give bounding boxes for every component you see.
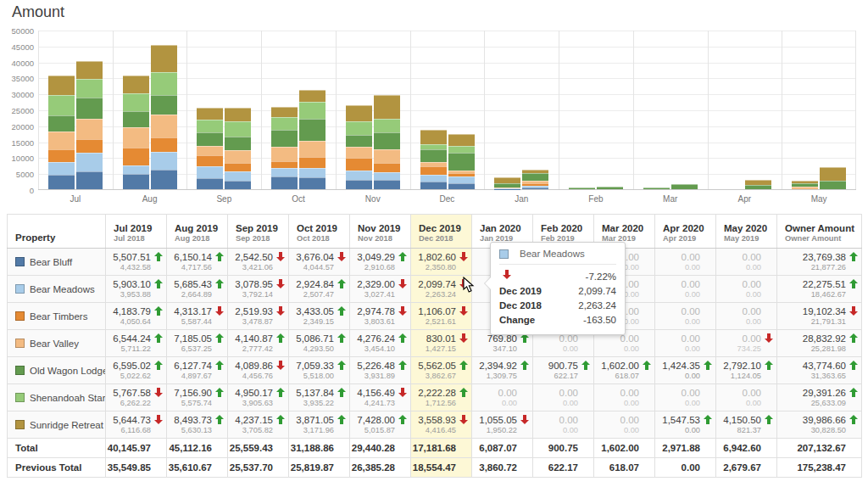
amount-cell[interactable]: 1,547.530.00 bbox=[655, 411, 716, 439]
bar-segment[interactable] bbox=[745, 185, 771, 189]
amount-cell[interactable]: 0.000.00 bbox=[716, 303, 777, 330]
bar-segment[interactable] bbox=[299, 177, 326, 189]
bar-segment[interactable] bbox=[374, 180, 400, 189]
amount-cell[interactable]: 2,329.003,027.41 bbox=[350, 276, 411, 303]
bar-segment[interactable] bbox=[225, 137, 251, 149]
amount-cell[interactable]: 7,059.335,518.00 bbox=[289, 357, 350, 384]
bar-segment[interactable] bbox=[420, 149, 447, 162]
bar-segment[interactable] bbox=[271, 117, 298, 130]
stacked-bar-previous[interactable] bbox=[792, 181, 818, 189]
stacked-bar-current[interactable] bbox=[225, 108, 251, 189]
property-cell[interactable]: Bear Valley bbox=[8, 330, 106, 357]
bar-segment[interactable] bbox=[48, 95, 75, 115]
bar-segment[interactable] bbox=[643, 188, 670, 189]
property-cell[interactable]: Shenandoah Stars bbox=[8, 384, 106, 411]
bar-segment[interactable] bbox=[76, 119, 103, 140]
bar-segment[interactable] bbox=[151, 170, 177, 189]
bar-segment[interactable] bbox=[76, 139, 103, 153]
bar-segment[interactable] bbox=[197, 108, 223, 120]
bar-segment[interactable] bbox=[346, 105, 372, 121]
bar-segment[interactable] bbox=[299, 90, 326, 103]
bar-segment[interactable] bbox=[76, 171, 103, 189]
amount-cell[interactable]: 0.000.00 bbox=[716, 249, 777, 276]
amount-cell[interactable]: 1,106.072,521.61 bbox=[411, 303, 472, 330]
bar-segment[interactable] bbox=[197, 146, 223, 154]
amount-cell[interactable]: 0.000.00 bbox=[655, 276, 716, 303]
bar-segment[interactable] bbox=[671, 184, 698, 189]
amount-cell[interactable]: 4,140.872,777.42 bbox=[228, 330, 289, 357]
bar-segment[interactable] bbox=[151, 152, 177, 170]
amount-cell[interactable]: 0.000.00 bbox=[716, 276, 777, 303]
stacked-bar-current[interactable] bbox=[820, 167, 846, 189]
bar-segment[interactable] bbox=[197, 155, 223, 166]
amount-cell[interactable]: 2,792.101,124.05 bbox=[716, 357, 777, 384]
bar-segment[interactable] bbox=[346, 121, 372, 135]
stacked-bar-previous[interactable] bbox=[123, 76, 149, 189]
bar-segment[interactable] bbox=[197, 132, 223, 147]
bar-segment[interactable] bbox=[271, 147, 298, 160]
amount-cell[interactable]: 6,544.245,711.22 bbox=[106, 330, 167, 357]
bar-segment[interactable] bbox=[522, 173, 548, 181]
bar-segment[interactable] bbox=[76, 79, 103, 98]
stacked-bar-current[interactable] bbox=[522, 170, 548, 189]
stacked-bar-previous[interactable] bbox=[420, 130, 447, 189]
amount-cell[interactable]: 2,519.933,478.87 bbox=[228, 303, 289, 330]
property-cell[interactable]: Bear Bluff bbox=[8, 249, 106, 276]
amount-cell[interactable]: 1,602.00618.07 bbox=[594, 357, 655, 384]
bar-segment[interactable] bbox=[346, 180, 372, 189]
amount-cell[interactable]: 0.000.00 bbox=[594, 384, 655, 411]
bar-segment[interactable] bbox=[197, 178, 223, 189]
bar-segment[interactable] bbox=[197, 120, 223, 132]
bar-segment[interactable] bbox=[597, 187, 623, 189]
bar-segment[interactable] bbox=[123, 148, 149, 165]
amount-cell[interactable]: 5,086.714,293.50 bbox=[289, 330, 350, 357]
amount-cell[interactable]: 6,150.144,717.56 bbox=[167, 249, 228, 276]
amount-cell[interactable]: 5,226.483,931.89 bbox=[350, 357, 411, 384]
bar-segment[interactable] bbox=[123, 111, 149, 126]
property-cell[interactable]: Old Wagon Lodge bbox=[8, 357, 106, 384]
bar-segment[interactable] bbox=[448, 153, 475, 171]
bar-segment[interactable] bbox=[448, 183, 475, 189]
property-cell[interactable]: Bear Timbers bbox=[8, 303, 106, 330]
amount-cell[interactable]: 6,595.025,022.62 bbox=[106, 357, 167, 384]
bar-segment[interactable] bbox=[346, 171, 372, 180]
bar-segment[interactable] bbox=[522, 188, 548, 189]
amount-cell[interactable]: 4,276.243,454.10 bbox=[350, 330, 411, 357]
amount-cell[interactable]: 0.000.00 bbox=[655, 384, 716, 411]
bar-segment[interactable] bbox=[448, 134, 475, 145]
bar-segment[interactable] bbox=[374, 163, 400, 172]
bar-segment[interactable] bbox=[197, 166, 223, 178]
amount-cell[interactable]: 1,424.350.00 bbox=[655, 357, 716, 384]
amount-cell[interactable]: 4,089.864,456.76 bbox=[228, 357, 289, 384]
bar-segment[interactable] bbox=[48, 115, 75, 132]
amount-cell[interactable]: 0.00734.25 bbox=[716, 330, 777, 357]
bar-segment[interactable] bbox=[820, 167, 846, 181]
amount-cell[interactable]: 3,049.292,910.68 bbox=[350, 249, 411, 276]
amount-cell[interactable]: 29,391.2625,633.09 bbox=[777, 384, 862, 411]
amount-cell[interactable]: 2,542.503,421.06 bbox=[228, 249, 289, 276]
bar-segment[interactable] bbox=[271, 107, 298, 117]
amount-cell[interactable]: 0.000.00 bbox=[655, 330, 716, 357]
bar-segment[interactable] bbox=[448, 146, 475, 153]
bar-segment[interactable] bbox=[151, 137, 177, 151]
bar-segment[interactable] bbox=[420, 175, 447, 182]
stacked-bar-current[interactable] bbox=[745, 180, 771, 189]
bar-segment[interactable] bbox=[151, 115, 177, 137]
stacked-bar-current[interactable] bbox=[76, 61, 103, 189]
amount-cell[interactable]: 5,685.432,664.89 bbox=[167, 276, 228, 303]
amount-cell[interactable]: 3,558.934,416.45 bbox=[411, 411, 472, 439]
bar-segment[interactable] bbox=[76, 153, 103, 171]
bar-segment[interactable] bbox=[374, 132, 400, 149]
bar-segment[interactable] bbox=[271, 168, 298, 176]
stacked-bar-previous[interactable] bbox=[197, 108, 223, 189]
amount-cell[interactable]: 0.000.00 bbox=[594, 411, 655, 439]
property-cell[interactable]: Bear Meadows bbox=[8, 276, 106, 303]
bar-segment[interactable] bbox=[448, 176, 475, 183]
amount-cell[interactable]: 3,871.053,171.96 bbox=[289, 411, 350, 439]
bar-segment[interactable] bbox=[420, 130, 447, 144]
amount-cell[interactable]: 5,137.843,935.22 bbox=[289, 384, 350, 411]
bar-segment[interactable] bbox=[123, 93, 149, 111]
stacked-bar-previous[interactable] bbox=[494, 177, 520, 189]
stacked-bar-current[interactable] bbox=[299, 90, 326, 189]
bar-segment[interactable] bbox=[151, 45, 177, 72]
